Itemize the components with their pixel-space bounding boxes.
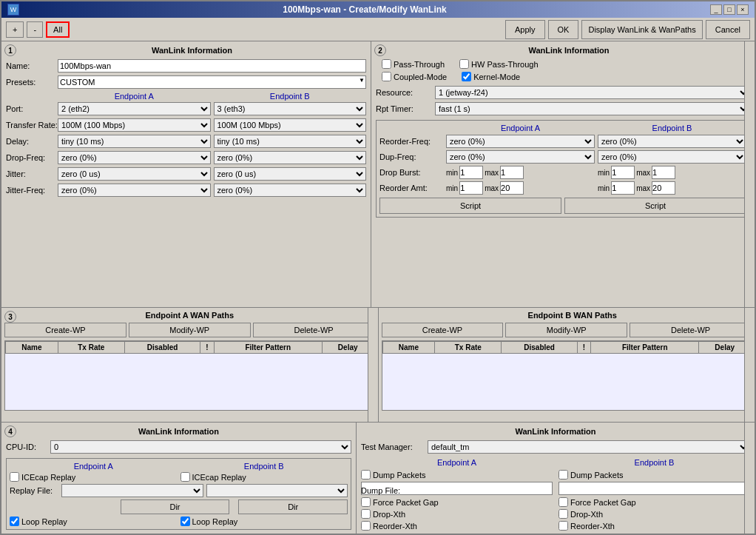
passthrough-check[interactable] [382, 59, 391, 69]
delete-wp-a-button[interactable]: Delete-WP [253, 323, 375, 337]
right-ep-b-header: Endpoint B [558, 458, 750, 467]
name-input[interactable] [58, 59, 366, 73]
minimize-button[interactable]: _ [710, 4, 722, 15]
dump-packets-b-check[interactable] [558, 470, 568, 480]
reorder-amt-a-max-lbl: max [485, 184, 499, 192]
section-4-num: 4 [4, 425, 16, 437]
top-panels: 1 WanLink Information Name: Presets: CUS… [1, 41, 755, 308]
create-wp-a-button[interactable]: Create-WP [4, 323, 126, 337]
dump-packets-a-row: Dump Packets [361, 470, 553, 480]
force-gap-a-check[interactable] [361, 497, 371, 507]
resource-select[interactable]: 1 (jetway-f24) [435, 86, 750, 99]
jitter-a-select[interactable]: zero (0 us) [58, 167, 211, 181]
dup-freq-b[interactable]: zero (0%) [598, 150, 746, 164]
dir-a-button[interactable]: Dir [121, 499, 230, 514]
force-gap-b-check[interactable] [558, 497, 568, 507]
drop-burst-b-min[interactable] [611, 166, 635, 179]
wan-a-scrollbar[interactable] [368, 308, 378, 422]
script-a-button[interactable]: Script [379, 198, 561, 214]
reorder-freq-label: Reorder-Freq: [379, 137, 446, 146]
replay-b-select[interactable] [206, 484, 348, 497]
port-label: Port: [6, 104, 58, 113]
toolbar: + - All Apply OK Display WanLink & WanPa… [1, 18, 755, 41]
dropfreq-b-select[interactable]: zero (0%) [214, 151, 367, 164]
window-title: 100Mbps-wan - Create/Modify WanLink [19, 4, 710, 15]
apply-button[interactable]: Apply [505, 20, 545, 39]
ep2-b-header: Endpoint B [598, 124, 746, 132]
reorder-xth-b-label: Reorder-Xth [570, 522, 615, 531]
reorder-freq-a[interactable]: zero (0%) [446, 135, 595, 148]
dup-freq-a[interactable]: zero (0%) [446, 150, 595, 164]
bottom-right-scrollbar[interactable] [744, 423, 755, 535]
loop-a-check[interactable] [10, 517, 19, 526]
reorder-amt-a-max[interactable] [500, 181, 524, 195]
loop-a-label: Loop Replay [21, 517, 67, 526]
modify-wp-a-button[interactable]: Modify-WP [129, 323, 251, 337]
dir-b-button[interactable]: Dir [238, 499, 348, 514]
panel2-scrollbar[interactable] [744, 41, 755, 307]
panel-1: 1 WanLink Information Name: Presets: CUS… [1, 41, 371, 307]
icecap-b-label: ICEcap Replay [192, 473, 246, 482]
reorder-xth-b-check[interactable] [558, 521, 568, 531]
reorder-amt-a-min[interactable] [459, 181, 483, 195]
panel-1-header: WanLink Information [6, 46, 366, 55]
cancel-button[interactable]: Cancel [706, 20, 750, 39]
add-button[interactable]: + [6, 21, 24, 38]
col-delay-a: Delay [322, 342, 374, 354]
icecap-a-check[interactable] [10, 472, 19, 482]
reorder-xth-a-check[interactable] [361, 521, 371, 531]
wan-b-buttons: Create-WP Modify-WP Delete-WP [382, 323, 752, 337]
wan-b-scrollbar[interactable] [744, 308, 755, 422]
create-wp-b-button[interactable]: Create-WP [382, 323, 504, 337]
delay-a-select[interactable]: tiny (10 ms) [58, 135, 211, 148]
drop-burst-a-max[interactable] [500, 166, 524, 179]
remove-button[interactable]: - [27, 21, 43, 38]
wan-a-header: Endpoint A WAN Paths [4, 311, 375, 320]
jitterfreq-a-select[interactable]: zero (0%) [58, 184, 211, 197]
close-button[interactable]: × [737, 4, 749, 15]
drop-burst-a-min[interactable] [459, 166, 483, 179]
panel-2: 2 WanLink Information Pass-Through HW Pa… [371, 41, 755, 307]
kernel-label: Kernel-Mode [473, 73, 520, 81]
icecap-b-check[interactable] [180, 472, 190, 482]
replay-a-select[interactable] [61, 484, 203, 497]
reorder-amt-b-min[interactable] [611, 181, 635, 195]
loop-b-check[interactable] [180, 517, 190, 526]
reorder-freq-b[interactable]: zero (0%) [598, 135, 746, 148]
test-manager-select[interactable]: default_tm [428, 440, 750, 454]
ep-bottom-a-header: Endpoint A [10, 462, 178, 471]
presets-select[interactable]: CUSTOM [58, 75, 366, 89]
transfer-b-select[interactable]: 100M (100 Mbps) [214, 118, 367, 132]
drop-burst-b-max[interactable] [652, 166, 675, 179]
drop-xth-b-check[interactable] [558, 509, 568, 519]
jitter-b-select[interactable]: zero (0 us) [214, 167, 367, 181]
drop-xth-b-row: Drop-Xth [558, 509, 750, 519]
dump-packets-a-check[interactable] [361, 470, 371, 480]
rpt-timer-select[interactable]: fast (1 s) [435, 102, 750, 115]
ok-button[interactable]: OK [548, 20, 579, 39]
jitterfreq-b-select[interactable]: zero (0%) [214, 184, 367, 197]
transfer-a-select[interactable]: 100M (100 Mbps) [58, 118, 211, 132]
drop-xth-a-check[interactable] [361, 509, 371, 519]
dump-file-label: Dump File: [361, 486, 420, 495]
dropfreq-a-select[interactable]: zero (0%) [58, 151, 211, 164]
delete-wp-b-button[interactable]: Delete-WP [630, 323, 752, 337]
dump-packets-b-label: Dump Packets [570, 471, 624, 480]
dump-file-b-input[interactable] [558, 482, 750, 495]
wan-a-buttons: Create-WP Modify-WP Delete-WP [4, 323, 375, 337]
drop-xth-a-label: Drop-Xth [373, 510, 405, 519]
display-button[interactable]: Display WanLink & WanPaths [581, 20, 702, 39]
cpu-select[interactable]: 0 [50, 440, 351, 454]
port-b-select[interactable]: 3 (eth3) [214, 102, 367, 115]
modify-wp-b-button[interactable]: Modify-WP [505, 323, 627, 337]
maximize-button[interactable]: □ [723, 4, 735, 15]
delay-b-select[interactable]: tiny (10 ms) [214, 135, 367, 148]
hw-passthrough-check[interactable] [459, 59, 469, 69]
reorder-amt-b-max[interactable] [652, 181, 675, 195]
right-ep-cols: Endpoint A Dump Packets [361, 458, 750, 533]
kernel-check[interactable] [462, 72, 471, 81]
port-a-select[interactable]: 2 (eth2) [58, 102, 211, 115]
all-button[interactable]: All [46, 21, 70, 38]
script-b-button[interactable]: Script [564, 198, 746, 214]
coupled-check[interactable] [382, 72, 391, 81]
